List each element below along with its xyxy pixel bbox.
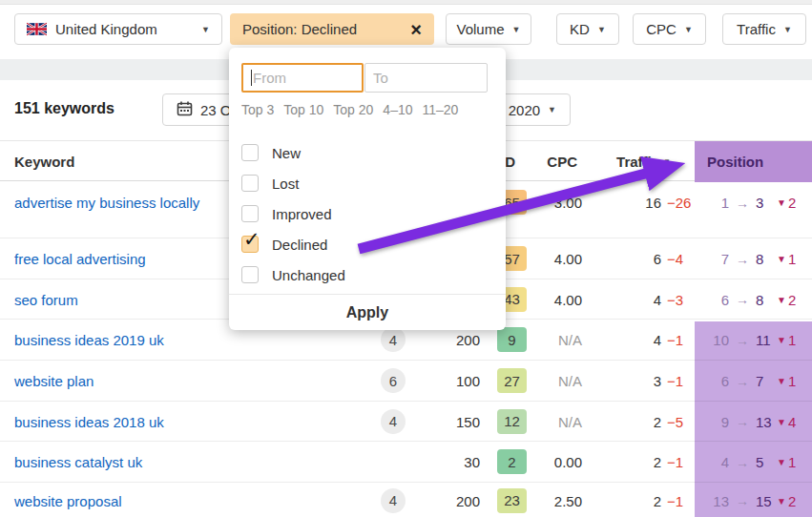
position-drop: ▼1: [777, 251, 796, 267]
position-new: 8: [756, 251, 777, 267]
checkbox[interactable]: ✓: [241, 144, 259, 161]
active-filter-label: Position: Declined: [242, 21, 357, 37]
position-old: 6: [706, 291, 729, 307]
quick-link-top3[interactable]: Top 3: [241, 102, 274, 117]
serp-features-count: 4: [381, 327, 406, 352]
from-placeholder: From: [253, 70, 286, 86]
column-header-keyword[interactable]: Keyword: [14, 153, 74, 169]
apply-button[interactable]: Apply: [229, 295, 506, 330]
position-old: 10: [706, 332, 729, 348]
position-drop-value: 2: [788, 492, 796, 508]
position-to-input[interactable]: To: [364, 63, 488, 93]
table-row: business catalyst uk 30 2 0.00 2 −1 4 → …: [0, 442, 812, 483]
drop-icon: ▼: [777, 254, 786, 264]
drop-icon: ▼: [777, 376, 786, 386]
filter-kd-button[interactable]: KD ▼: [556, 13, 619, 45]
keyword-link[interactable]: seo forum: [14, 291, 78, 307]
checkbox[interactable]: ✓: [241, 205, 259, 222]
position-drop: ▼4: [777, 413, 796, 429]
option-declined[interactable]: ✓ Declined: [241, 229, 345, 259]
keyword-link[interactable]: advertise my business locally: [14, 195, 199, 211]
position-from-input[interactable]: From: [241, 63, 364, 93]
column-header-position[interactable]: Position: [707, 153, 763, 169]
kd-badge: 2: [497, 449, 527, 474]
traffic-value: 4: [654, 332, 661, 348]
country-label: United Kingdom: [55, 21, 157, 37]
keyword-link[interactable]: website plan: [14, 373, 94, 389]
country-selector[interactable]: United Kingdom ▼: [14, 13, 222, 45]
option-unchanged[interactable]: ✓ Unchanged: [241, 259, 345, 290]
filter-cpc-button[interactable]: CPC ▼: [633, 13, 706, 45]
traffic-delta: −26: [667, 195, 691, 211]
keyword-link[interactable]: business ideas 2019 uk: [14, 332, 164, 348]
volume-value: 30: [464, 454, 480, 470]
keyword-link[interactable]: free local advertising: [14, 251, 146, 267]
kd-badge: 27: [497, 368, 527, 393]
arrow-right-icon: →: [729, 493, 756, 508]
position-old: 13: [706, 492, 729, 508]
position-drop: ▼1: [777, 332, 796, 348]
cpc-label: CPC: [646, 21, 677, 37]
arrow-right-icon: →: [729, 332, 756, 347]
checkbox[interactable]: ✓: [241, 175, 259, 192]
position-change-options: ✓ New ✓ Lost ✓ Improved ✓ Declined ✓ Unc…: [241, 137, 345, 290]
drop-icon: ▼: [777, 335, 786, 345]
table-row: website plan 6 100 27 N/A 3 −1 6 → 7 ▼1: [0, 361, 812, 402]
active-filter-chip-position-declined[interactable]: Position: Declined ×: [230, 13, 434, 45]
option-label: New: [272, 145, 301, 161]
filter-volume-button[interactable]: Volume ▼: [446, 13, 531, 45]
position-change: 4 → 5 ▼1: [706, 454, 796, 470]
traffic-delta: −1: [667, 492, 683, 508]
arrow-right-icon: →: [729, 195, 756, 210]
check-icon: ✓: [243, 228, 260, 251]
position-drop: ▼2: [777, 195, 796, 211]
option-lost[interactable]: ✓ Lost: [241, 168, 345, 198]
filter-traffic-button[interactable]: Traffic ▼: [722, 13, 806, 45]
option-label: Improved: [272, 206, 332, 222]
serp-features-count: 6: [381, 368, 406, 393]
position-old: 4: [706, 454, 729, 470]
position-change: 6 → 8 ▼2: [706, 291, 796, 307]
keyword-link[interactable]: business ideas 2018 uk: [14, 413, 164, 429]
traffic-label: Traffic: [737, 21, 776, 37]
traffic-value: 3: [654, 373, 661, 389]
position-drop-value: 1: [788, 454, 796, 470]
kd-badge: 9: [497, 327, 527, 352]
position-filter-popover: From To Top 3 Top 10 Top 20 4–10 11–20 ✓…: [229, 48, 506, 330]
position-change: 6 → 7 ▼1: [706, 373, 796, 389]
position-new: 11: [756, 332, 777, 348]
quick-link-11-20[interactable]: 11–20: [423, 102, 459, 117]
drop-icon: ▼: [777, 495, 786, 506]
arrow-right-icon: →: [729, 251, 756, 266]
checkbox[interactable]: ✓: [241, 236, 259, 253]
close-icon[interactable]: ×: [410, 20, 422, 39]
traffic-delta: −1: [667, 454, 683, 470]
quick-link-top20[interactable]: Top 20: [333, 102, 373, 117]
to-placeholder: To: [373, 70, 388, 86]
traffic-delta: −3: [667, 291, 683, 307]
quick-link-4-10[interactable]: 4–10: [383, 102, 412, 117]
column-header-cpc[interactable]: CPC: [547, 153, 577, 169]
chevron-down-icon: ▼: [783, 25, 792, 34]
keyword-link[interactable]: business catalyst uk: [14, 454, 142, 470]
position-new: 15: [756, 492, 777, 508]
option-new[interactable]: ✓ New: [241, 137, 345, 168]
quick-link-top10[interactable]: Top 10: [283, 102, 323, 117]
traffic-value: 2: [654, 454, 661, 470]
chevron-down-icon: ▼: [548, 105, 556, 114]
checkbox[interactable]: ✓: [241, 266, 259, 283]
chevron-down-icon: ▼: [597, 25, 606, 34]
keyword-link[interactable]: website proposal: [14, 492, 122, 508]
position-new: 5: [756, 454, 777, 470]
traffic-value: 6: [654, 251, 661, 267]
column-header-traffic[interactable]: Traffic ▼: [616, 153, 671, 169]
option-label: Unchanged: [272, 267, 345, 283]
option-improved[interactable]: ✓ Improved: [241, 198, 345, 229]
cpc-value: 4.00: [554, 291, 582, 307]
traffic-value: 4: [654, 291, 661, 307]
option-label: Declined: [272, 237, 327, 253]
table-row: website proposal 4 200 23 2.50 2 −1 13 →…: [0, 483, 812, 517]
position-drop-value: 2: [788, 291, 796, 307]
top-divider: [0, 0, 812, 5]
date-range-end: 2020: [509, 102, 540, 118]
